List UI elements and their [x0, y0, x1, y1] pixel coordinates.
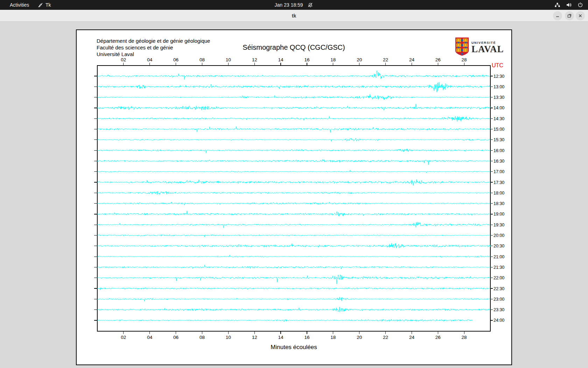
network-icon[interactable] [554, 2, 560, 8]
x-tick-label-bottom: 26 [435, 335, 441, 340]
x-tick-label-top: 26 [435, 57, 441, 62]
x-tick-label-top: 06 [173, 57, 178, 62]
notifications-muted-icon[interactable] [308, 2, 313, 8]
trace-time-label: 19:00 [493, 212, 504, 217]
seismogram-trace [97, 297, 490, 301]
seismogram-plot: 0202040406060808101012121414161618182020… [77, 30, 511, 364]
seismograph-canvas: 0202040406060808101012121414161618182020… [76, 29, 512, 365]
seismogram-trace [97, 265, 490, 269]
trace-time-label: 19:30 [493, 223, 504, 227]
seismogram-trace [97, 202, 490, 205]
institution-line3: Université Laval [97, 51, 210, 57]
minimize-button[interactable] [553, 11, 562, 20]
seismogram-trace [97, 288, 490, 290]
trace-time-label: 23:30 [493, 307, 504, 312]
x-tick-label-bottom: 28 [462, 335, 467, 340]
seismogram-trace [97, 255, 490, 258]
x-tick-label-top: 18 [330, 57, 336, 62]
x-tick-label-bottom: 08 [200, 335, 205, 340]
activities-button[interactable]: Activities [6, 0, 33, 10]
trace-time-label: 21:30 [493, 265, 504, 270]
window-title: tk [0, 10, 588, 22]
x-axis-title: Minutes écoulées [97, 344, 490, 351]
trace-time-label: 20:30 [493, 244, 504, 248]
seismogram-trace [97, 179, 490, 186]
x-tick-label-top: 04 [147, 57, 153, 62]
seismogram-trace [97, 222, 490, 228]
trace-time-label: 12:30 [493, 74, 504, 79]
seismogram-trace [97, 275, 490, 284]
seismogram-trace [97, 211, 490, 217]
trace-time-label: 13:30 [493, 95, 504, 100]
x-tick-label-bottom: 06 [173, 335, 178, 340]
x-tick-label-top: 12 [252, 57, 257, 62]
system-top-bar: Activities Tk Jan 23 18:59 [0, 0, 588, 10]
x-tick-label-bottom: 04 [147, 335, 153, 340]
x-tick-label-bottom: 02 [121, 335, 126, 340]
trace-time-label: 20:00 [493, 233, 504, 238]
plot-frame [97, 66, 490, 331]
x-tick-label-bottom: 22 [383, 335, 388, 340]
trace-time-label: 14:00 [493, 105, 504, 110]
trace-time-label: 16:30 [493, 159, 504, 164]
trace-time-label: 17:30 [493, 180, 504, 185]
x-tick-label-bottom: 20 [357, 335, 362, 340]
x-tick-label-top: 28 [462, 57, 467, 62]
app-menu-label: Tk [46, 0, 51, 10]
seismogram-trace [97, 138, 490, 141]
seismogram-trace [97, 159, 490, 165]
tk-app-icon [38, 2, 43, 8]
x-tick-label-top: 02 [121, 57, 126, 62]
seismogram-trace [97, 70, 490, 80]
trace-time-label: 17:00 [493, 169, 504, 174]
x-tick-label-top: 10 [226, 57, 231, 62]
trace-time-label: 14:30 [493, 116, 504, 121]
trace-time-label: 13:00 [493, 84, 504, 89]
laval-logo: UNIVERSITÉ LAVAL [455, 37, 504, 57]
utc-label: UTC [492, 62, 503, 69]
volume-icon[interactable] [566, 2, 572, 8]
x-tick-label-bottom: 24 [409, 335, 415, 340]
laval-shield-icon [455, 37, 469, 57]
app-workarea: 0202040406060808101012121414161618182020… [0, 22, 588, 368]
trace-time-label: 16:00 [493, 148, 504, 153]
trace-time-label: 23:00 [493, 297, 504, 302]
window-titlebar[interactable]: tk [0, 10, 588, 22]
seismogram-trace [97, 191, 490, 195]
app-menu[interactable]: Tk [38, 0, 51, 10]
seismogram-trace [97, 94, 490, 100]
trace-time-label: 24:00 [493, 318, 504, 323]
seismogram-trace [97, 149, 490, 153]
seismogram-trace [97, 104, 490, 110]
trace-time-label: 15:00 [493, 127, 504, 132]
clock[interactable]: Jan 23 18:59 [275, 2, 303, 8]
x-tick-label-top: 16 [304, 57, 309, 62]
seismogram-trace [97, 127, 490, 132]
seismogram-trace [97, 307, 490, 312]
x-tick-label-top: 20 [357, 57, 362, 62]
x-tick-label-top: 14 [278, 57, 284, 62]
seismogram-trace [97, 319, 472, 322]
trace-time-label: 18:30 [493, 201, 504, 206]
page-title: Séismographe QCQ (CGC/GSC) [97, 43, 490, 52]
restore-button[interactable] [565, 11, 574, 20]
trace-time-label: 21:00 [493, 254, 504, 259]
x-tick-label-bottom: 10 [226, 335, 231, 340]
trace-time-label: 22:00 [493, 275, 504, 280]
close-button[interactable] [576, 11, 585, 20]
seismogram-trace [97, 82, 490, 93]
seismogram-trace [97, 170, 490, 173]
trace-time-label: 18:00 [493, 191, 504, 196]
trace-time-label: 15:30 [493, 137, 504, 142]
x-tick-label-top: 24 [409, 57, 415, 62]
seismogram-trace [97, 116, 490, 122]
x-tick-label-bottom: 18 [330, 335, 336, 340]
trace-time-label: 22:30 [493, 286, 504, 291]
seismogram-trace [97, 234, 490, 237]
seismogram-trace [97, 243, 490, 248]
power-icon[interactable] [578, 2, 583, 8]
x-tick-label-bottom: 14 [278, 335, 284, 340]
x-tick-label-top: 08 [200, 57, 205, 62]
x-tick-label-bottom: 16 [304, 335, 309, 340]
logo-laval-text: LAVAL [471, 45, 504, 54]
